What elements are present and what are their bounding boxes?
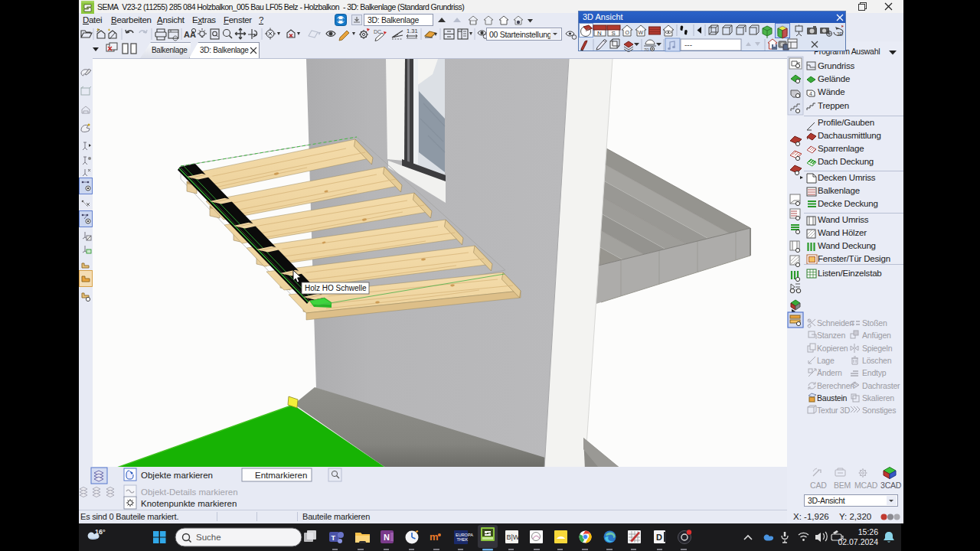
svg-text:15:26: 15:26 bbox=[858, 527, 878, 536]
svg-text:BEM: BEM bbox=[834, 481, 851, 490]
svg-text:THEK: THEK bbox=[457, 537, 469, 542]
svg-text:N: N bbox=[384, 533, 390, 542]
svg-text:1.31: 1.31 bbox=[407, 28, 418, 34]
svg-text:Kopieren: Kopieren bbox=[817, 344, 848, 353]
svg-text:AA: AA bbox=[184, 30, 196, 39]
svg-text:Lage: Lage bbox=[817, 356, 835, 365]
svg-text:Sonstiges: Sonstiges bbox=[862, 406, 896, 415]
svg-text:Grundriss: Grundriss bbox=[818, 61, 854, 70]
svg-text:Holz HO Schwelle: Holz HO Schwelle bbox=[305, 284, 367, 292]
svg-text:Decke Deckung: Decke Deckung bbox=[818, 199, 878, 208]
svg-text:Objekt-Details markieren: Objekt-Details markieren bbox=[141, 487, 238, 497]
svg-text:Baustein: Baustein bbox=[817, 393, 848, 403]
svg-text:Listen/Einzelstab: Listen/Einzelstab bbox=[818, 269, 882, 278]
svg-text:Objekte markieren: Objekte markieren bbox=[141, 471, 213, 480]
svg-text:Stoßen: Stoßen bbox=[862, 318, 887, 328]
svg-text:B|W: B|W bbox=[507, 533, 520, 541]
svg-text:Treppen: Treppen bbox=[818, 101, 849, 110]
svg-text:70: 70 bbox=[644, 47, 649, 52]
svg-text:---: --- bbox=[684, 41, 692, 49]
svg-text:02.07.2024: 02.07.2024 bbox=[838, 537, 878, 546]
svg-text:Dachraster: Dachraster bbox=[862, 381, 900, 390]
svg-text:Balkenlage: Balkenlage bbox=[818, 186, 860, 195]
svg-text:Decken Umriss: Decken Umriss bbox=[818, 173, 876, 182]
svg-text:Spiegeln: Spiegeln bbox=[862, 344, 893, 353]
svg-text:Ändern: Ändern bbox=[817, 368, 842, 377]
svg-text:Wand Umriss: Wand Umriss bbox=[818, 215, 869, 224]
svg-text:3CAD: 3CAD bbox=[880, 481, 902, 490]
svg-text:Wand Deckung: Wand Deckung bbox=[818, 241, 876, 250]
svg-text:Endtyp: Endtyp bbox=[862, 368, 887, 377]
svg-text:Stanzen: Stanzen bbox=[817, 331, 845, 340]
svg-text:DC: DC bbox=[374, 29, 381, 34]
svg-text:D: D bbox=[656, 533, 662, 542]
svg-text:Dachausmittlung: Dachausmittlung bbox=[818, 131, 881, 140]
svg-text:Textur 3D: Textur 3D bbox=[817, 406, 851, 415]
svg-text:O: O bbox=[626, 30, 630, 35]
svg-text:T: T bbox=[332, 534, 336, 542]
svg-text:Schneiden: Schneiden bbox=[817, 318, 854, 328]
svg-text:4: 4 bbox=[809, 91, 812, 96]
svg-text:Wand Hölzer: Wand Hölzer bbox=[818, 228, 867, 237]
svg-text:16°: 16° bbox=[95, 528, 106, 536]
svg-text:m: m bbox=[430, 531, 439, 543]
svg-text:Entmarkieren: Entmarkieren bbox=[255, 471, 307, 480]
svg-text:Sparrenlage: Sparrenlage bbox=[818, 144, 864, 153]
svg-text:Knotenpunkte markieren: Knotenpunkte markieren bbox=[141, 499, 237, 508]
svg-text:N: N bbox=[597, 30, 602, 37]
svg-text:Wände: Wände bbox=[818, 87, 844, 96]
svg-text:Löschen: Löschen bbox=[862, 356, 892, 365]
svg-text:S: S bbox=[612, 30, 616, 37]
svg-text:Skalieren: Skalieren bbox=[862, 393, 894, 403]
svg-text:Anfügen: Anfügen bbox=[862, 331, 891, 340]
svg-text:Berechnen: Berechnen bbox=[817, 381, 854, 390]
svg-text:W: W bbox=[639, 30, 644, 35]
svg-text:Gelände: Gelände bbox=[818, 74, 850, 83]
svg-text:CAD: CAD bbox=[810, 481, 827, 490]
svg-text:3D: 3D bbox=[837, 31, 844, 37]
svg-text:Profile/Gauben: Profile/Gauben bbox=[818, 118, 874, 127]
svg-text:Suche: Suche bbox=[196, 533, 221, 542]
svg-text:MCAD: MCAD bbox=[854, 481, 878, 490]
svg-text:Dach Deckung: Dach Deckung bbox=[818, 157, 874, 166]
svg-text:Fenster/Tür Design: Fenster/Tür Design bbox=[818, 254, 890, 263]
